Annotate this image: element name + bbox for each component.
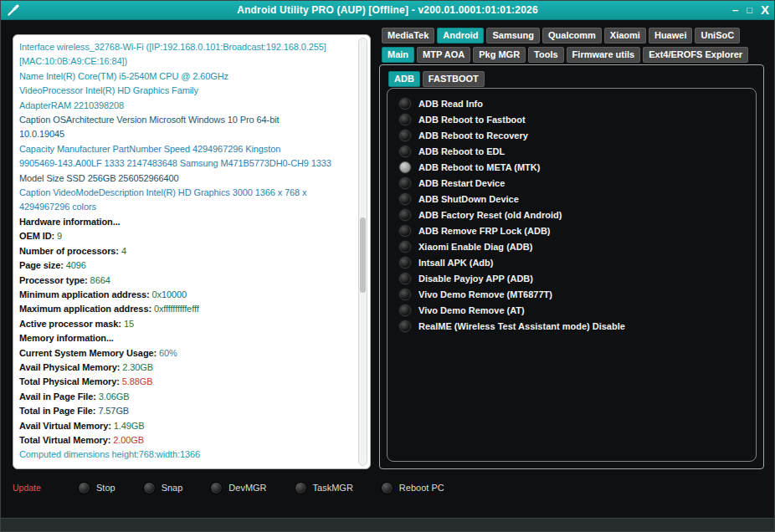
round-button-icon[interactable]	[295, 482, 307, 494]
log-line: Caption VideoModeDescription Intel(R) HD…	[19, 186, 355, 200]
log-line: Current System Memory Usage: 60%	[19, 346, 355, 361]
bottom-button-stop[interactable]: Stop	[78, 482, 115, 494]
action-intsall-apk-adb[interactable]: Intsall APK (Adb)	[391, 254, 752, 270]
action-label: ADB Restart Device	[418, 178, 505, 188]
tab-android[interactable]: Android	[437, 28, 484, 43]
tab-adb[interactable]: ADB	[388, 71, 420, 87]
update-link[interactable]: Update	[13, 483, 78, 493]
action-label: ADB Reboot to META (MTK)	[418, 162, 540, 172]
tab-xiaomi[interactable]: Xiaomi	[604, 28, 646, 43]
tab-ext4-erofs-explorer[interactable]: Ext4/EROFS Explorer	[643, 47, 748, 63]
action-disable-payjoy-app-adb[interactable]: Disable Payjoy APP (ADB)	[391, 270, 752, 286]
action-adb-remove-frp-lock-adb[interactable]: ADB Remove FRP Lock (ADB)	[391, 223, 752, 238]
radio-icon[interactable]	[399, 98, 411, 110]
radio-icon[interactable]	[399, 225, 411, 237]
bottom-button-taskmgr[interactable]: TaskMGR	[295, 482, 353, 494]
radio-icon[interactable]	[399, 193, 411, 205]
tab-mediatek[interactable]: MediaTek	[382, 28, 434, 43]
radio-icon[interactable]	[399, 241, 411, 253]
bottom-button-label: Snap	[162, 483, 183, 493]
tab-main[interactable]: Main	[382, 47, 414, 63]
tab-tools[interactable]: Tools	[528, 47, 564, 63]
radio-icon[interactable]	[399, 130, 411, 141]
log-panel: Interface wireless_32768-Wi-Fi ([IP:192.…	[13, 34, 371, 469]
action-label: ADB Factory Reset (old Android)	[418, 210, 562, 220]
action-adb-reboot-to-fastboot[interactable]: ADB Reboot to Fastboot	[391, 111, 752, 127]
log-segment: Name Intel(R) Core(TM) i5-2540M CPU @ 2.…	[19, 71, 228, 81]
log-segment: 4	[121, 246, 126, 256]
minimize-button[interactable]: –	[732, 1, 738, 19]
log-segment: 15	[124, 319, 134, 329]
radio-icon[interactable]	[399, 273, 411, 284]
action-label: Xiaomi Enable Diag (ADB)	[418, 242, 532, 252]
action-adb-reboot-to-meta-mtk[interactable]: ADB Reboot to META (MTK)	[391, 159, 752, 175]
log-segment: 0x10000	[151, 289, 187, 299]
log-line: Total in Page File: 7.57GB	[19, 404, 355, 418]
action-realme-wireless-test-assistant-mode-disable[interactable]: RealME (Wireless Test Assistant mode) Di…	[391, 318, 752, 334]
action-adb-shutdown-device[interactable]: ADB ShutDown Device	[391, 191, 752, 207]
round-button-icon[interactable]	[381, 482, 393, 494]
title-bar[interactable]: Android Utility PRO (AUP) [Offline] - v2…	[1, 1, 774, 20]
tab-huawei[interactable]: Huawei	[649, 28, 693, 43]
round-button-icon[interactable]	[78, 482, 90, 494]
action-adb-reboot-to-recovery[interactable]: ADB Reboot to Recovery	[391, 127, 752, 143]
action-list: ADB Read InfoADB Reboot to FastbootADB R…	[391, 95, 752, 334]
log-segment: 9	[57, 231, 62, 241]
log-segment: Avail Virtual Memory:	[19, 421, 114, 431]
close-button[interactable]: X	[761, 1, 769, 19]
log-segment: Memory information...	[19, 333, 114, 343]
bottom-button-devmgr[interactable]: DevMGR	[210, 482, 266, 494]
log-scrollbar[interactable]	[358, 38, 367, 466]
log-scrollbar-thumb[interactable]	[360, 217, 366, 293]
log-segment: Computed dimensions height:768:width:136…	[19, 449, 200, 459]
tab-fastboot[interactable]: FASTBOOT	[423, 71, 485, 87]
log-line: 9905469-143.A00LF 1333 2147483648 Samsun…	[19, 156, 355, 171]
tab-qualcomm[interactable]: Qualcomm	[542, 28, 602, 43]
log-line: Active processor mask: 15	[19, 317, 355, 331]
radio-icon[interactable]	[399, 146, 411, 157]
action-adb-read-info[interactable]: ADB Read Info	[391, 95, 752, 111]
action-vivo-demo-remove-at[interactable]: Vivo Demo Remove (AT)	[391, 302, 752, 318]
action-label: ADB Reboot to Recovery	[418, 130, 528, 141]
action-adb-restart-device[interactable]: ADB Restart Device	[391, 175, 752, 191]
log-line: Avail Physical Memory: 2.30GB	[19, 361, 355, 375]
log-segment: 2.00GB	[113, 435, 144, 445]
action-vivo-demo-remove-mt6877t[interactable]: Vivo Demo Remove (MT6877T)	[391, 286, 752, 302]
action-label: ADB Reboot to Fastboot	[418, 115, 526, 125]
log-line: Avail Virtual Memory: 1.49GB	[19, 419, 355, 433]
bottom-button-snap[interactable]: Snap	[143, 482, 183, 494]
radio-icon[interactable]	[399, 257, 411, 269]
log-segment: Avail Physical Memory:	[19, 362, 122, 372]
tab-samsung[interactable]: Samsung	[486, 28, 540, 43]
log-line: Hardware information...	[19, 215, 355, 229]
log-segment: 1.49GB	[114, 421, 145, 431]
action-adb-factory-reset-old-android[interactable]: ADB Factory Reset (old Android)	[391, 207, 752, 223]
round-button-icon[interactable]	[143, 482, 156, 494]
log-segment: 0xffffffffffefff	[154, 304, 199, 314]
mode-tabs: ADBFASTBOOT	[388, 71, 485, 87]
bottom-button-label: Reboot PC	[399, 483, 444, 493]
radio-icon[interactable]	[399, 161, 411, 173]
tab-unisoc[interactable]: UniSoC	[695, 28, 740, 43]
tab-pkg-mgr[interactable]: Pkg MGR	[473, 47, 526, 63]
tab-firmware-utils[interactable]: Firmware utils	[567, 47, 641, 63]
log-line: Capacity Manufacturer PartNumber Speed 4…	[19, 142, 355, 156]
radio-icon[interactable]	[399, 114, 411, 125]
round-button-icon[interactable]	[210, 482, 223, 494]
log-segment: Capacity Manufacturer PartNumber Speed 4…	[19, 144, 280, 154]
radio-icon[interactable]	[399, 304, 411, 316]
action-label: RealME (Wireless Test Assistant mode) Di…	[418, 321, 625, 331]
log-line: Page size: 4096	[19, 258, 355, 273]
action-xiaomi-enable-diag-adb[interactable]: Xiaomi Enable Diag (ADB)	[391, 238, 752, 254]
radio-icon[interactable]	[399, 289, 411, 300]
bottom-button-reboot-pc[interactable]: Reboot PC	[381, 482, 444, 494]
maximize-button[interactable]: □	[747, 1, 752, 19]
bottom-bar: Update StopSnapDevMGRTaskMGRReboot PC	[13, 479, 472, 496]
radio-icon[interactable]	[399, 209, 411, 221]
log-line: Computed dimensions height:768:width:136…	[19, 448, 355, 462]
log-segment: 10.0.19045	[19, 129, 64, 139]
tab-mtp-aoa[interactable]: MTP AOA	[417, 47, 470, 63]
action-adb-reboot-to-edl[interactable]: ADB Reboot to EDL	[391, 143, 752, 159]
radio-icon[interactable]	[399, 177, 411, 189]
radio-icon[interactable]	[399, 320, 411, 332]
